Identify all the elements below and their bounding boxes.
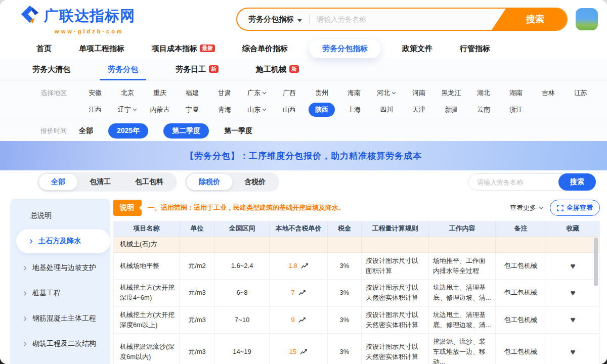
tax-option-除税价[interactable]: 除税价 (187, 174, 232, 190)
fullscreen-label: 全屏查看 (567, 203, 593, 212)
group-row-cell (215, 237, 270, 253)
nav-item-劳务分包指标[interactable]: 劳务分包指标 (309, 39, 381, 58)
cell-calc-rule: 按设计图示尺寸以天然密实体积计算 (362, 307, 429, 334)
sidebar-item-label: 桩基工程 (32, 289, 61, 298)
sidebar-item-土石方及降水[interactable]: 土石方及降水 (16, 229, 110, 253)
region-option-浙江[interactable]: 浙江 (500, 103, 532, 117)
sidebar-item-砌筑工程及二次结构[interactable]: 砌筑工程及二次结构 (10, 331, 110, 356)
sidebar-item-钢筋混凝土主体工程[interactable]: 钢筋混凝土主体工程 (10, 306, 110, 331)
region-option-海南[interactable]: 海南 (338, 88, 370, 98)
region-option-甘肃[interactable]: 甘肃 (208, 88, 241, 98)
region-option-黑龙江[interactable]: 黑龙江 (435, 88, 467, 98)
time-option-2025年[interactable]: 2025年 (108, 123, 148, 139)
avatar[interactable] (576, 8, 598, 30)
region-option-上海[interactable]: 上海 (338, 103, 370, 117)
sidebar-item-桩基工程[interactable]: 桩基工程 (10, 281, 110, 306)
chevron-right-icon (23, 316, 27, 322)
sidebar-item-装饰装修工程[interactable]: 装饰装修工程 (10, 356, 110, 364)
sidebar-item-地基处理与边坡支护[interactable]: 地基处理与边坡支护 (10, 255, 110, 281)
region-label: 湖北 (477, 88, 490, 98)
table-search-button[interactable]: 搜索 (558, 173, 596, 191)
cell-work-content: 坑边甩土、清理基底、修理边坡、清... (429, 280, 496, 306)
region-option-河南[interactable]: 河南 (403, 88, 435, 98)
column-header-工程量计算规则: 工程量计算规则 (362, 221, 429, 237)
region-option-四川[interactable]: 四川 (370, 103, 403, 117)
region-option-北京[interactable]: 北京 (111, 88, 144, 98)
nav-item-综合单价指标[interactable]: 综合单价指标 (242, 44, 288, 54)
region-option-云南[interactable]: 云南 (467, 103, 500, 117)
time-option-全部[interactable]: 全部 (79, 126, 93, 135)
region-option-吉林[interactable]: 吉林 (532, 88, 565, 98)
time-option-第二季度[interactable]: 第二季度 (163, 123, 209, 139)
cell-favorite[interactable]: ♥ (546, 334, 599, 364)
tax-option-含税价[interactable]: 含税价 (232, 174, 278, 190)
region-option-湖北[interactable]: 湖北 (467, 88, 500, 98)
region-option-辽宁[interactable]: 辽宁 (111, 103, 144, 117)
region-row-2: 江西辽宁内蒙古宁夏青海山东山西陕西上海四川天津新疆云南浙江 (0, 101, 607, 118)
heart-icon[interactable]: ♥ (570, 262, 575, 270)
cell-note: 包工包机械 (496, 307, 546, 334)
group-row-cell (180, 237, 215, 253)
region-option-青海[interactable]: 青海 (208, 103, 241, 117)
cell-note: 包工包机械 (496, 253, 546, 280)
region-option-江西[interactable]: 江西 (79, 103, 111, 117)
region-option-内蒙古[interactable]: 内蒙古 (144, 103, 176, 117)
region-option-新疆[interactable]: 新疆 (435, 103, 467, 117)
type-option-包清工[interactable]: 包清工 (77, 174, 123, 190)
region-option-河北[interactable]: 河北 (370, 88, 403, 98)
time-option-第一季度[interactable]: 第一季度 (224, 126, 252, 135)
heart-icon[interactable]: ♥ (570, 289, 575, 297)
region-option-湖南[interactable]: 湖南 (500, 88, 532, 98)
region-option-陕西[interactable]: 陕西 (306, 103, 338, 117)
nav-item-单项工程指标[interactable]: 单项工程指标 (79, 44, 124, 54)
region-option-重庆[interactable]: 重庆 (144, 88, 176, 98)
subnav-tab-劳务大清包[interactable]: 劳务大清包 (32, 65, 70, 80)
segment-filter-row: 全部包清工包工包料 除税价含税价 搜索 (0, 170, 607, 194)
region-option-山西[interactable]: 山西 (273, 103, 306, 117)
subnav-tab-劳务日工[interactable]: 劳务日工新 (176, 65, 219, 80)
table-scrollbar[interactable] (594, 238, 598, 286)
cell-favorite[interactable]: ♥ (546, 307, 599, 334)
caret-down-icon (297, 15, 302, 24)
chevron-right-icon (23, 265, 27, 271)
search-input[interactable] (317, 15, 491, 23)
type-option-全部[interactable]: 全部 (39, 174, 77, 190)
nav-item-政策文件[interactable]: 政策文件 (402, 44, 432, 54)
region-option-贵州[interactable]: 贵州 (306, 88, 338, 98)
notice-text: 一、适用范围：适用于工业，民建类型建筑的基础开挖回填及降水。 (148, 203, 504, 212)
nav-item-行管指标[interactable]: 行管指标 (460, 44, 490, 54)
column-header-工作内容: 工作内容 (429, 221, 496, 237)
fullscreen-button[interactable]: 全屏查看 (550, 200, 600, 216)
heart-icon[interactable]: ♥ (570, 315, 575, 324)
site-logo[interactable]: 广联达指标网 www·gldzb·com (19, 5, 135, 34)
region-option-广东[interactable]: 广东 (241, 88, 273, 98)
sidebar-item-总说明[interactable]: 总说明 (10, 205, 110, 227)
nav-item-项目成本指标[interactable]: 项目成本指标最新 (152, 44, 215, 54)
region-option-宁夏[interactable]: 宁夏 (176, 103, 208, 117)
trend-up-icon (298, 317, 306, 323)
search-button[interactable]: 搜索 (492, 9, 567, 30)
price-value: 7 (291, 288, 294, 298)
region-option-江苏[interactable]: 江苏 (565, 88, 597, 98)
heart-icon[interactable]: ♥ (570, 348, 575, 356)
cell-national-range: 14~19 (215, 334, 270, 364)
region-option-福建[interactable]: 福建 (176, 88, 208, 98)
cell-project-name: 机械挖淤泥流沙(深度6m以内) (114, 334, 180, 364)
region-option-广西[interactable]: 广西 (273, 88, 306, 98)
region-option-山东[interactable]: 山东 (241, 103, 273, 117)
subnav-tab-劳务分包[interactable]: 劳务分包 (108, 65, 138, 80)
new-badge: 新 (289, 65, 299, 73)
cell-national-range: 1.6~2.4 (215, 253, 270, 280)
nav-item-首页[interactable]: 首页 (36, 44, 52, 54)
region-option-安徽[interactable]: 安徽 (79, 88, 111, 98)
region-label: 内蒙古 (150, 105, 170, 114)
search-category-dropdown[interactable]: 劳务分包指标 (248, 15, 302, 24)
subnav-tab-施工机械[interactable]: 施工机械新 (256, 65, 299, 80)
cell-favorite[interactable]: ♥ (546, 280, 599, 306)
type-option-包工包料[interactable]: 包工包料 (123, 174, 176, 190)
region-option-天津[interactable]: 天津 (403, 103, 435, 117)
view-more-button[interactable]: 查看更多 (510, 203, 544, 212)
cell-favorite[interactable]: ♥ (546, 253, 599, 280)
sidebar-item-label: 砌筑工程及二次结构 (32, 339, 96, 348)
cell-project-name: 机械场地平整 (114, 253, 180, 280)
